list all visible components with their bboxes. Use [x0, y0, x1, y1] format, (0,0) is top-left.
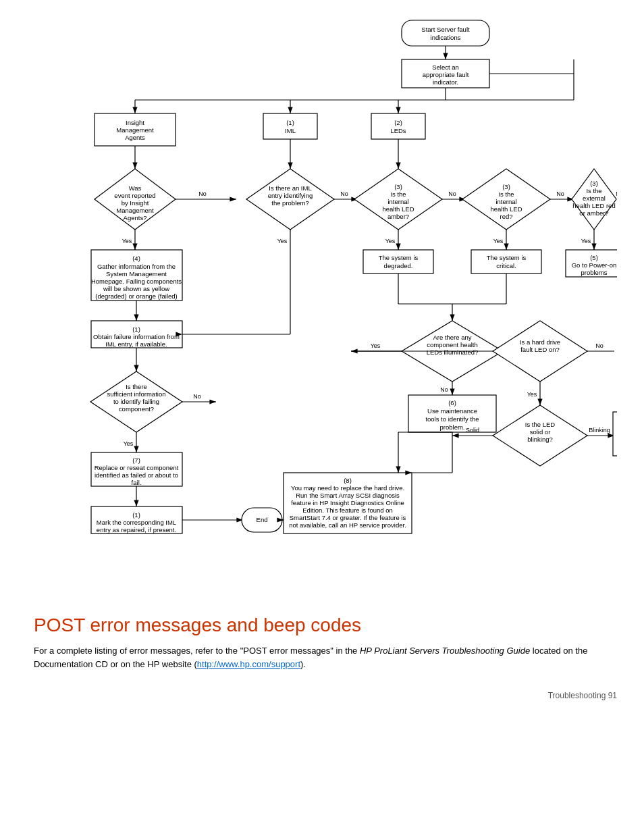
svg-text:critical.: critical.: [496, 262, 516, 269]
svg-text:IML entry, if available.: IML entry, if available.: [105, 340, 167, 348]
svg-text:Was: Was: [129, 184, 142, 192]
svg-text:entry identifying: entry identifying: [268, 192, 313, 199]
svg-text:No: No: [595, 342, 603, 349]
svg-text:(7): (7): [132, 457, 140, 464]
svg-text:Is the: Is the: [390, 190, 406, 198]
svg-text:internal: internal: [495, 198, 516, 205]
svg-text:(2): (2): [394, 119, 402, 126]
svg-text:No: No: [616, 190, 617, 197]
svg-text:appropriate fault: appropriate fault: [423, 71, 469, 78]
svg-text:solid or: solid or: [530, 428, 551, 436]
svg-text:Yes: Yes: [277, 238, 288, 244]
svg-text:Run the Smart Array SCSI diagn: Run the Smart Array SCSI diagnosis: [296, 492, 400, 499]
svg-text:Is the LED: Is the LED: [525, 421, 555, 428]
svg-text:external: external: [583, 194, 606, 202]
svg-text:health LED: health LED: [490, 205, 522, 213]
svg-text:Obtain failure information fro: Obtain failure information from: [93, 333, 180, 340]
svg-text:will be shown as yellow: will be shown as yellow: [103, 285, 169, 292]
svg-text:Yes: Yes: [371, 342, 381, 349]
svg-text:Management: Management: [116, 126, 154, 134]
svg-text:Yes: Yes: [385, 238, 396, 244]
svg-text:LEDs: LEDs: [390, 127, 406, 134]
svg-text:Is there an IML: Is there an IML: [269, 184, 311, 192]
svg-text:Gather information from the: Gather information from the: [97, 263, 176, 270]
svg-text:feature in HP Insight Diagnost: feature in HP Insight Diagnostics Online: [291, 499, 404, 506]
svg-text:Agents?: Agents?: [124, 214, 147, 221]
post-body-link[interactable]: http://www.hp.com/support: [197, 659, 300, 669]
svg-text:component health: component health: [427, 341, 478, 348]
svg-text:(3): (3): [502, 183, 510, 190]
post-section: POST error messages and beep codes For a…: [27, 615, 617, 671]
svg-text:Is the: Is the: [586, 187, 601, 194]
svg-text:Replace or reseat component: Replace or reseat component: [95, 464, 179, 471]
svg-text:health LED red: health LED red: [572, 202, 615, 209]
svg-text:End: End: [257, 516, 268, 523]
svg-text:No: No: [198, 190, 207, 197]
svg-text:to identify failing: to identify failing: [113, 398, 159, 405]
svg-text:Go to Power-on: Go to Power-on: [572, 261, 617, 269]
svg-text:You may need to replace the ha: You may need to replace the hard drive.: [291, 484, 404, 492]
svg-text:sufficient information: sufficient information: [107, 390, 166, 398]
svg-text:Agents: Agents: [125, 134, 145, 141]
svg-text:component?: component?: [119, 405, 154, 413]
svg-text:red?: red?: [500, 213, 512, 220]
svg-text:IML: IML: [285, 127, 296, 134]
svg-text:SmartStart 7.4 or greater. If : SmartStart 7.4 or greater. If the featur…: [290, 514, 406, 521]
svg-text:degraded.: degraded.: [384, 262, 413, 269]
svg-text:The system is: The system is: [487, 254, 527, 261]
svg-text:fail.: fail.: [132, 479, 142, 486]
post-body: For a complete listing of error messages…: [34, 644, 610, 671]
svg-text:Are there any: Are there any: [433, 334, 471, 341]
svg-text:(1): (1): [286, 119, 294, 126]
svg-text:Is a hard drive: Is a hard drive: [520, 338, 560, 346]
svg-text:LEDs illuminated?: LEDs illuminated?: [427, 348, 479, 356]
svg-text:No: No: [448, 190, 456, 197]
svg-text:(degraded) or orange (failed): (degraded) or orange (failed): [95, 292, 177, 300]
page-footer: Troubleshooting 91: [27, 691, 617, 700]
svg-text:(5): (5): [590, 254, 598, 261]
svg-text:tools to identify the: tools to identify the: [425, 415, 479, 423]
svg-text:The system is: The system is: [379, 254, 419, 261]
svg-text:by Insight: by Insight: [122, 199, 149, 207]
svg-text:System Management: System Management: [106, 270, 167, 278]
svg-text:No: No: [340, 190, 348, 197]
flowchart-container: .box { fill: #fff; stroke: #000; stroke-…: [27, 14, 617, 601]
svg-text:(4): (4): [132, 255, 140, 262]
svg-text:Is the: Is the: [498, 190, 514, 198]
svg-text:not available, call an HP serv: not available, call an HP service provid…: [289, 521, 406, 529]
svg-text:event reported: event reported: [114, 192, 155, 199]
svg-text:Insight: Insight: [126, 119, 144, 126]
svg-text:(6): (6): [448, 399, 456, 407]
svg-text:(1): (1): [132, 511, 140, 519]
svg-text:Start Server fault: Start Server fault: [421, 26, 470, 33]
post-body-text3: ).: [300, 659, 306, 669]
page: .box { fill: #fff; stroke: #000; stroke-…: [0, 0, 644, 727]
svg-text:(3): (3): [590, 180, 598, 187]
svg-text:Is there: Is there: [126, 383, 147, 390]
svg-text:Yes: Yes: [124, 440, 134, 447]
svg-text:Select an: Select an: [432, 63, 459, 71]
svg-text:blinking?: blinking?: [527, 436, 553, 443]
svg-text:entry as repaired, if present.: entry as repaired, if present.: [97, 526, 176, 533]
svg-text:No: No: [193, 393, 201, 400]
svg-text:health LED: health LED: [382, 205, 414, 213]
svg-text:indicator.: indicator.: [433, 78, 458, 86]
svg-text:Yes: Yes: [581, 238, 591, 244]
footer-text: Troubleshooting 91: [548, 691, 617, 700]
svg-text:Use maintenance: Use maintenance: [427, 407, 477, 415]
svg-text:problem.: problem.: [440, 423, 465, 431]
svg-text:Yes: Yes: [122, 238, 132, 244]
svg-text:Solid: Solid: [466, 427, 479, 434]
svg-text:No: No: [440, 386, 448, 393]
svg-text:the problem?: the problem?: [271, 199, 308, 207]
svg-text:identified as failed or about : identified as failed or about to: [95, 471, 178, 479]
svg-text:or amber?: or amber?: [579, 209, 608, 217]
svg-text:amber?: amber?: [387, 213, 409, 220]
svg-text:(1): (1): [132, 325, 140, 333]
flowchart-svg: .box { fill: #fff; stroke: #000; stroke-…: [27, 14, 617, 601]
svg-text:fault LED on?: fault LED on?: [520, 346, 560, 353]
svg-rect-154: [613, 412, 617, 456]
post-body-italic: HP ProLiant Servers Troubleshooting Guid…: [360, 646, 530, 656]
svg-text:Yes: Yes: [527, 391, 537, 398]
svg-text:No: No: [556, 190, 564, 197]
